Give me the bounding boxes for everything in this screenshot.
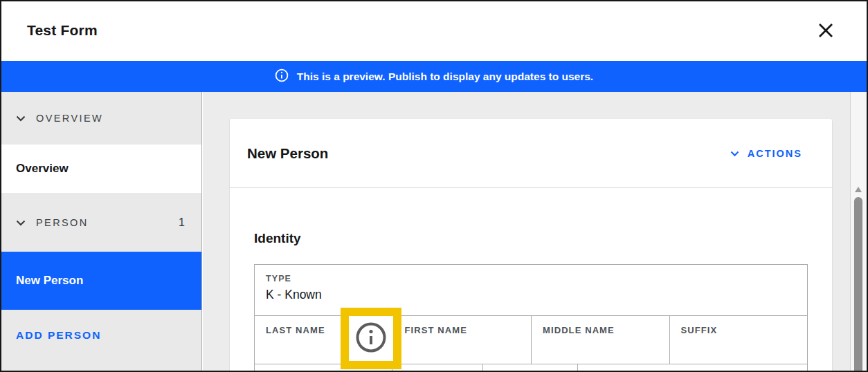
field-label: MIDDLE NAME bbox=[543, 325, 669, 335]
actions-label: ACTIONS bbox=[748, 148, 802, 159]
sidebar-item-label: New Person bbox=[16, 274, 83, 288]
table-row bbox=[255, 364, 807, 372]
sidebar-section-person[interactable]: PERSON 1 bbox=[1, 193, 201, 252]
close-icon bbox=[817, 21, 835, 41]
suffix-field[interactable]: SUFFIX bbox=[669, 316, 808, 364]
field-label: SUFFIX bbox=[681, 325, 808, 335]
card-title: New Person bbox=[247, 119, 328, 188]
info-icon bbox=[355, 322, 387, 355]
sidebar-item-overview[interactable]: Overview bbox=[1, 145, 201, 193]
field-cell[interactable] bbox=[577, 364, 807, 372]
chevron-down-icon bbox=[16, 113, 26, 124]
sidebar: OVERVIEW Overview PERSON 1 New Person AD… bbox=[1, 92, 202, 371]
chevron-down-icon bbox=[730, 148, 739, 159]
person-count-badge: 1 bbox=[179, 216, 185, 229]
close-button[interactable] bbox=[814, 19, 838, 43]
preview-modal: Test Form This is a preview. Publish to … bbox=[0, 0, 868, 372]
actions-button[interactable]: ACTIONS bbox=[726, 119, 806, 188]
sidebar-item-new-person[interactable]: New Person bbox=[1, 252, 201, 310]
field-value: K - Known bbox=[266, 288, 807, 302]
new-person-card: New Person ACTIONS Identity TYPE K - Kno… bbox=[230, 119, 832, 372]
field-cell[interactable] bbox=[482, 364, 577, 372]
info-highlight-box bbox=[341, 308, 401, 369]
field-label: FIRST NAME bbox=[405, 325, 532, 335]
table-row: TYPE K - Known bbox=[255, 265, 807, 315]
sidebar-section-overview[interactable]: OVERVIEW bbox=[1, 92, 201, 145]
preview-banner: This is a preview. Publish to display an… bbox=[1, 61, 867, 92]
identity-section-heading: Identity bbox=[254, 231, 301, 246]
type-field[interactable]: TYPE K - Known bbox=[255, 265, 807, 315]
sidebar-section-label: PERSON bbox=[36, 217, 89, 228]
add-person-label: ADD PERSON bbox=[16, 329, 101, 342]
field-label: TYPE bbox=[266, 274, 807, 283]
add-person-button[interactable]: ADD PERSON bbox=[1, 320, 201, 351]
sidebar-item-label: Overview bbox=[16, 162, 69, 176]
chevron-down-icon bbox=[16, 217, 26, 228]
identity-form-table: TYPE K - Known LAST NAME FIRST NAME MIDD… bbox=[254, 264, 808, 372]
banner-message: This is a preview. Publish to display an… bbox=[297, 71, 593, 83]
page-title: Test Form bbox=[27, 22, 98, 39]
scroll-thumb[interactable] bbox=[854, 197, 862, 372]
modal-titlebar: Test Form bbox=[1, 1, 867, 61]
field-cell[interactable] bbox=[392, 364, 483, 372]
card-header: New Person ACTIONS bbox=[230, 119, 832, 188]
field-info-button[interactable] bbox=[355, 322, 387, 355]
sidebar-section-label: OVERVIEW bbox=[36, 113, 103, 124]
first-name-field[interactable]: FIRST NAME bbox=[393, 316, 532, 364]
table-row: LAST NAME FIRST NAME MIDDLE NAME SUFFIX bbox=[255, 315, 807, 364]
middle-name-field[interactable]: MIDDLE NAME bbox=[531, 316, 669, 364]
scrollbar[interactable] bbox=[850, 92, 867, 371]
scroll-up-button[interactable] bbox=[855, 187, 862, 192]
info-icon bbox=[275, 68, 289, 85]
